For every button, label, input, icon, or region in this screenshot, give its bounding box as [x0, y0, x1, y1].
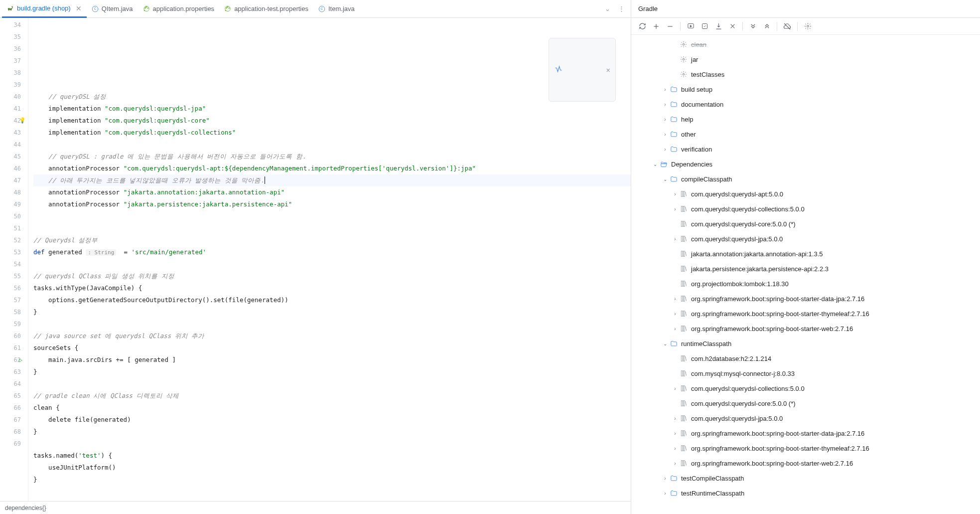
expand-arrow-icon[interactable]: › [671, 236, 679, 242]
svg-rect-52 [683, 356, 685, 361]
expand-arrow-icon[interactable]: › [661, 476, 669, 481]
tab-application-properties[interactable]: application.properties [138, 0, 220, 18]
expand-arrow-icon[interactable]: › [661, 102, 669, 107]
expand-arrow-icon[interactable]: ⌄ [661, 341, 669, 346]
tree-node[interactable]: com.querydsl:querydsl-core:5.0.0 (*) [631, 216, 980, 231]
lib-icon [679, 459, 688, 468]
tree-node[interactable]: ›other [631, 127, 980, 142]
tree-node[interactable]: com.mysql:mysql-connector-j:8.0.33 [631, 366, 980, 381]
tree-label: org.springframework.boot:spring-boot-sta… [691, 460, 853, 467]
tab-label: application-test.properties [234, 5, 308, 12]
expand-arrow-icon[interactable]: › [671, 326, 679, 332]
folder-icon [669, 85, 678, 94]
expand-arrow-icon[interactable]: › [671, 461, 679, 466]
tree-node[interactable]: ›com.querydsl:querydsl-jpa:5.0.0 [631, 411, 980, 426]
tab-application-test-properties[interactable]: application-test.properties [219, 0, 313, 18]
reader-mode-box[interactable]: ✕ [549, 38, 616, 102]
add-icon[interactable] [650, 20, 662, 32]
tree-label: com.querydsl:querydsl-apt:5.0.0 [691, 190, 783, 198]
tree-node[interactable]: ›org.springframework.boot:spring-boot-st… [631, 291, 980, 306]
tree-node[interactable]: ›org.springframework.boot:spring-boot-st… [631, 321, 980, 336]
tree-node[interactable]: clean [631, 37, 980, 52]
expand-arrow-icon[interactable]: › [661, 147, 669, 152]
settings-icon[interactable] [802, 20, 814, 32]
svg-rect-55 [683, 371, 685, 376]
expand-arrow-icon[interactable]: ⌄ [661, 176, 669, 182]
tree-node[interactable]: com.querydsl:querydsl-core:5.0.0 (*) [631, 396, 980, 411]
expand-arrow-icon[interactable]: › [671, 416, 679, 421]
tree-node[interactable]: ›com.querydsl:querydsl-collections:5.0.0 [631, 381, 980, 396]
tree-node[interactable]: ›testRuntimeClasspath [631, 486, 980, 501]
tree-node[interactable]: ›org.springframework.boot:spring-boot-st… [631, 441, 980, 456]
svg-line-26 [686, 207, 687, 211]
tree-node[interactable]: jakarta.persistence:jakarta.persistence-… [631, 261, 980, 276]
attach-icon[interactable] [699, 20, 710, 32]
tree-node[interactable]: ⌄Dependencies [631, 157, 980, 171]
tree-node[interactable]: jar [631, 52, 980, 67]
close-icon[interactable]: ✕ [76, 4, 82, 12]
expand-icon[interactable] [747, 20, 759, 32]
tree-node[interactable]: ›com.querydsl:querydsl-jpa:5.0.0 [631, 231, 980, 246]
tab-item-java[interactable]: CItem.java [313, 0, 360, 18]
tree-node[interactable]: ›org.springframework.boot:spring-boot-st… [631, 306, 980, 321]
svg-rect-33 [681, 251, 683, 257]
expand-arrow-icon[interactable]: › [671, 311, 679, 317]
tree-node[interactable]: ›documentation [631, 97, 980, 112]
tree-node[interactable]: ›com.querydsl:querydsl-collections:5.0.0 [631, 201, 980, 216]
expand-arrow-icon[interactable]: › [671, 446, 679, 451]
tree-node[interactable]: jakarta.annotation:jakarta.annotation-ap… [631, 246, 980, 261]
tree-node[interactable]: ›com.querydsl:querydsl-apt:5.0.0 [631, 186, 980, 201]
offline-icon[interactable] [781, 20, 793, 32]
download-icon[interactable] [712, 20, 724, 32]
reader-mode-icon[interactable] [554, 41, 599, 98]
breadcrumb[interactable]: dependencies{} [0, 501, 631, 514]
tree-node[interactable]: ›org.springframework.boot:spring-boot-st… [631, 426, 980, 441]
tab-build-gradle-shop-[interactable]: build.gradle (shop)✕ [2, 0, 87, 18]
svg-rect-45 [681, 311, 683, 317]
close-icon[interactable]: ✕ [606, 64, 610, 76]
expand-arrow-icon[interactable]: › [661, 87, 669, 92]
run-config-icon[interactable] [685, 20, 697, 32]
svg-rect-30 [681, 236, 683, 242]
chevron-down-icon[interactable]: ⌄ [601, 5, 614, 12]
file-icon [143, 5, 150, 12]
refresh-icon[interactable] [636, 20, 648, 32]
lib-icon [679, 369, 688, 378]
code-editor[interactable]: ✕ // queryDSL 설정 implementation "com.que… [28, 18, 631, 501]
tree-node[interactable]: org.projectlombok:lombok:1.18.30 [631, 276, 980, 291]
svg-rect-48 [681, 326, 683, 332]
tree-label: org.projectlombok:lombok:1.18.30 [691, 280, 789, 288]
tree-node[interactable]: ›testCompileClasspath [631, 471, 980, 486]
stop-icon[interactable] [726, 20, 738, 32]
lib-icon [679, 249, 688, 258]
tree-node[interactable]: ›verification [631, 142, 980, 157]
svg-line-71 [686, 446, 687, 451]
svg-point-19 [683, 58, 685, 60]
expand-arrow-icon[interactable]: › [671, 296, 679, 302]
more-icon[interactable]: ⋮ [614, 5, 629, 12]
tree-label: org.springframework.boot:spring-boot-sta… [691, 430, 864, 437]
tree-label: com.querydsl:querydsl-collections:5.0.0 [691, 385, 805, 392]
expand-arrow-icon[interactable]: › [671, 206, 679, 212]
expand-arrow-icon[interactable]: › [671, 386, 679, 391]
tree-node[interactable]: ›build setup [631, 82, 980, 97]
tree-node[interactable]: ›help [631, 112, 980, 127]
svg-rect-66 [681, 431, 683, 436]
tree-node[interactable]: testClasses [631, 67, 980, 82]
tree-node[interactable]: com.h2database:h2:2.1.214 [631, 351, 980, 366]
tree-node[interactable]: ⌄runtimeClasspath [631, 336, 980, 351]
tree-node[interactable]: ›org.springframework.boot:spring-boot-st… [631, 456, 980, 471]
remove-icon[interactable] [664, 20, 676, 32]
expand-arrow-icon[interactable]: › [661, 117, 669, 122]
tree-node[interactable]: ⌄compileClasspath [631, 171, 980, 186]
collapse-icon[interactable] [761, 20, 773, 32]
expand-arrow-icon[interactable]: › [671, 191, 679, 197]
expand-arrow-icon[interactable]: › [661, 491, 669, 496]
lib-icon [679, 219, 688, 228]
tab-qitem-java[interactable]: CQItem.java [87, 0, 138, 18]
svg-rect-24 [681, 206, 683, 212]
gradle-tree[interactable]: cleanjartestClasses›build setup›document… [631, 35, 980, 514]
expand-arrow-icon[interactable]: › [671, 431, 679, 436]
expand-arrow-icon[interactable]: ⌄ [651, 162, 659, 167]
expand-arrow-icon[interactable]: › [661, 132, 669, 137]
